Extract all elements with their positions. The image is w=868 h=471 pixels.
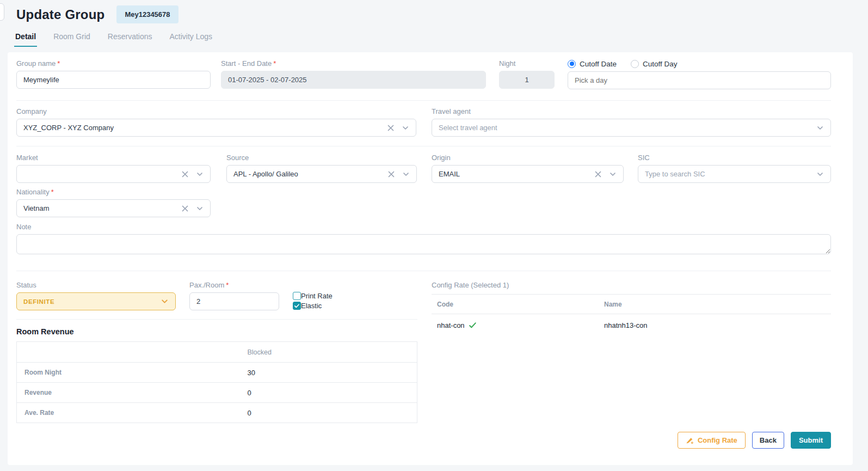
pax-room-input[interactable] — [189, 292, 279, 310]
tab-detail[interactable]: Detail — [14, 32, 37, 47]
submit-button[interactable]: Submit — [791, 432, 831, 449]
chevron-down-icon[interactable] — [402, 124, 409, 132]
note-textarea[interactable] — [16, 234, 831, 254]
required-marker: * — [226, 281, 229, 289]
config-rate-button[interactable]: Config Rate — [678, 432, 746, 449]
status-value: DEFINITE — [23, 298, 161, 305]
table-row: Room Night 30 — [17, 363, 417, 383]
chevron-down-icon[interactable] — [196, 170, 204, 178]
group-name-input[interactable] — [16, 71, 211, 89]
date-range-input[interactable] — [221, 71, 486, 89]
pax-room-label: Pax./Room* — [189, 281, 279, 289]
config-pen-icon — [686, 436, 694, 444]
status-label: Status — [16, 281, 176, 289]
header: Update Group Mey12345678 — [0, 0, 868, 23]
radio-unselected-icon — [631, 60, 639, 68]
radio-selected-icon — [568, 60, 576, 68]
origin-select[interactable]: EMAIL — [432, 165, 624, 183]
checkbox-checked-icon — [293, 302, 301, 310]
travel-agent-label: Travel agent — [432, 107, 831, 115]
checkbox-unchecked-icon — [293, 292, 301, 300]
cutoff-date-radio[interactable]: Cutoff Date — [568, 60, 617, 68]
clear-icon[interactable] — [387, 170, 395, 178]
night-label: Night — [499, 59, 555, 68]
sic-select[interactable]: Type to search SIC — [638, 165, 831, 183]
config-rate-row[interactable]: nhat-con nhatnh13-con — [432, 314, 831, 336]
table-row: Revenue 0 — [17, 383, 417, 403]
company-select[interactable]: XYZ_CORP - XYZ Company — [16, 119, 416, 137]
sic-placeholder: Type to search SIC — [645, 170, 816, 178]
travel-agent-select[interactable]: Select travel agent — [432, 119, 831, 137]
config-rate-col-code: Code — [432, 301, 604, 308]
sic-label: SIC — [638, 154, 831, 162]
print-rate-checkbox[interactable]: Print Rate — [293, 292, 333, 300]
back-button[interactable]: Back — [752, 432, 784, 449]
config-rate-title: Config Rate (Selected 1) — [432, 281, 831, 295]
room-revenue-col-empty — [17, 342, 248, 363]
cutoff-day-picker-input[interactable] — [568, 71, 831, 89]
tab-reservations[interactable]: Reservations — [107, 32, 153, 47]
source-label: Source — [226, 154, 417, 162]
tab-activity-logs[interactable]: Activity Logs — [169, 32, 214, 47]
chevron-down-icon[interactable] — [816, 170, 824, 178]
clear-icon[interactable] — [387, 124, 395, 132]
tab-bar: Detail Room Grid Reservations Activity L… — [0, 23, 868, 47]
room-revenue-col-blocked: Blocked — [248, 342, 417, 363]
market-label: Market — [16, 154, 211, 162]
config-rate-col-name: Name — [604, 301, 831, 308]
chevron-down-icon — [161, 297, 169, 305]
clear-icon[interactable] — [181, 170, 189, 178]
required-marker: * — [51, 188, 54, 196]
note-label: Note — [16, 223, 831, 231]
selected-check-icon — [469, 321, 477, 329]
source-value: APL - Apollo/ Galileo — [233, 170, 387, 178]
cutoff-day-radio-label: Cutoff Day — [643, 60, 678, 68]
cutoff-radio-group: Cutoff Date Cutoff Day — [568, 59, 831, 68]
night-input — [499, 71, 555, 89]
source-select[interactable]: APL - Apollo/ Galileo — [226, 165, 417, 183]
clear-icon[interactable] — [181, 205, 189, 212]
print-rate-label: Print Rate — [301, 292, 333, 300]
back-button-label: Back — [760, 436, 777, 444]
status-select[interactable]: DEFINITE — [16, 292, 176, 310]
chevron-down-icon[interactable] — [816, 124, 824, 132]
table-row: Ave. Rate 0 — [17, 403, 417, 423]
origin-label: Origin — [432, 154, 624, 162]
room-revenue-heading: Room Revenue — [16, 327, 417, 336]
chevron-down-icon[interactable] — [402, 170, 410, 178]
required-marker: * — [273, 59, 276, 68]
config-rate-code: nhat-con — [437, 321, 465, 329]
travel-agent-placeholder: Select travel agent — [439, 124, 816, 132]
tab-room-grid[interactable]: Room Grid — [52, 32, 91, 47]
date-range-label: Start - End Date* — [221, 59, 486, 68]
origin-value: EMAIL — [439, 170, 594, 178]
detail-form-card: Group name* Start - End Date* Night Cuto… — [8, 52, 853, 465]
chevron-down-icon[interactable] — [609, 170, 617, 178]
cutoff-date-radio-label: Cutoff Date — [580, 60, 617, 68]
clear-icon[interactable] — [594, 170, 602, 178]
nationality-value: Vietnam — [23, 204, 181, 212]
elastic-checkbox[interactable]: Elastic — [293, 302, 333, 310]
nationality-select[interactable]: Vietnam — [16, 199, 211, 217]
nationality-label: Nationality* — [16, 188, 211, 196]
group-name-label: Group name* — [16, 59, 211, 68]
cutoff-day-radio[interactable]: Cutoff Day — [631, 60, 678, 68]
company-label: Company — [16, 107, 416, 115]
elastic-label: Elastic — [301, 302, 322, 310]
config-rate-name: nhatnh13-con — [604, 321, 831, 329]
room-revenue-table: Blocked Room Night 30 Revenue 0 Ave. Rat… — [16, 341, 417, 423]
config-rate-button-label: Config Rate — [698, 436, 737, 444]
chevron-down-icon[interactable] — [196, 205, 204, 212]
page-title: Update Group — [16, 7, 104, 22]
config-rate-header-row: Code Name — [432, 295, 831, 314]
submit-button-label: Submit — [799, 436, 823, 444]
market-select[interactable] — [16, 165, 211, 183]
group-code-badge: Mey12345678 — [116, 5, 178, 23]
company-value: XYZ_CORP - XYZ Company — [23, 124, 387, 132]
required-marker: * — [57, 59, 60, 68]
